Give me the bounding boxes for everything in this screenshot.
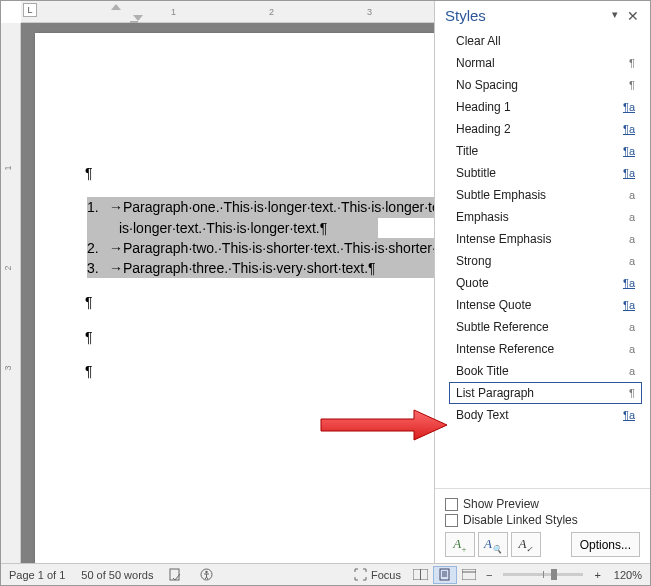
list-text[interactable]: Paragraph·three.·This·is·very·short·text… [123, 258, 434, 278]
style-type-icon: a [629, 189, 635, 201]
document-viewport[interactable]: ¶ 1. → Paragraph·one.·This·is·longer·tex… [21, 23, 434, 563]
accessibility-icon[interactable] [192, 568, 221, 581]
list-number: 3. [87, 258, 109, 278]
style-item-strong[interactable]: Stronga [449, 250, 642, 272]
style-name: Subtle Emphasis [456, 188, 546, 202]
show-preview-label: Show Preview [463, 497, 539, 511]
style-name: List Paragraph [456, 386, 534, 400]
style-type-icon: ¶a [623, 145, 635, 157]
page[interactable]: ¶ 1. → Paragraph·one.·This·is·longer·tex… [35, 33, 434, 563]
status-bar: Page 1 of 1 50 of 50 words Focus − + 120… [1, 563, 650, 585]
style-type-icon: a [629, 255, 635, 267]
style-name: Normal [456, 56, 495, 70]
manage-styles-button[interactable]: A✓ [511, 532, 541, 557]
pane-dropdown-icon[interactable]: ▾ [608, 8, 622, 24]
focus-mode-button[interactable]: Focus [346, 568, 409, 581]
new-style-button[interactable]: A+ [445, 532, 475, 557]
style-item-intense-quote[interactable]: Intense Quote¶a [449, 294, 642, 316]
zoom-slider[interactable] [503, 573, 583, 576]
style-item-book-title[interactable]: Book Titlea [449, 360, 642, 382]
style-item-heading-1[interactable]: Heading 1¶a [449, 96, 642, 118]
style-item-intense-emphasis[interactable]: Intense Emphasisa [449, 228, 642, 250]
options-button[interactable]: Options... [571, 532, 640, 557]
style-name: Intense Reference [456, 342, 554, 356]
checkbox-icon[interactable] [445, 498, 458, 511]
styles-pane-title: Styles [445, 7, 486, 24]
zoom-in-button[interactable]: + [591, 569, 603, 581]
list-number: 2. [87, 238, 109, 258]
list-number: 1. [87, 197, 109, 217]
style-type-icon: ¶a [623, 167, 635, 179]
style-item-subtle-reference[interactable]: Subtle Referencea [449, 316, 642, 338]
style-item-emphasis[interactable]: Emphasisa [449, 206, 642, 228]
list-text-continued[interactable]: is·longer·text.·This·is·longer·text.¶ [87, 218, 434, 238]
style-item-no-spacing[interactable]: No Spacing¶ [449, 74, 642, 96]
checkbox-icon[interactable] [445, 514, 458, 527]
close-icon[interactable]: ✕ [624, 8, 642, 24]
web-layout-button[interactable] [457, 566, 481, 584]
style-item-quote[interactable]: Quote¶a [449, 272, 642, 294]
styles-footer: Show Preview Disable Linked Styles A+ A🔍… [435, 488, 650, 563]
style-name: No Spacing [456, 78, 518, 92]
style-inspector-button[interactable]: A🔍 [478, 532, 508, 557]
style-type-icon: a [629, 365, 635, 377]
style-type-icon: a [629, 211, 635, 223]
zoom-level[interactable]: 120% [606, 569, 650, 581]
style-type-icon: ¶ [629, 387, 635, 399]
style-item-heading-2[interactable]: Heading 2¶a [449, 118, 642, 140]
page-indicator[interactable]: Page 1 of 1 [1, 569, 73, 581]
disable-linked-label: Disable Linked Styles [463, 513, 578, 527]
style-item-subtle-emphasis[interactable]: Subtle Emphasisa [449, 184, 642, 206]
style-item-body-text[interactable]: Body Text¶a [449, 404, 642, 426]
disable-linked-checkbox[interactable]: Disable Linked Styles [445, 513, 640, 527]
pilcrow: ¶ [85, 294, 93, 310]
zoom-out-button[interactable]: − [483, 569, 495, 581]
style-name: Subtle Reference [456, 320, 549, 334]
style-type-icon: ¶ [629, 79, 635, 91]
style-name: Book Title [456, 364, 509, 378]
tab-selector[interactable]: L [23, 3, 37, 17]
styles-list[interactable]: Clear AllNormal¶No Spacing¶Heading 1¶aHe… [435, 26, 650, 488]
list-text[interactable]: Paragraph·one.·This·is·longer·text.·This… [123, 197, 434, 217]
style-item-list-paragraph[interactable]: List Paragraph¶ [449, 382, 642, 404]
style-name: Emphasis [456, 210, 509, 224]
style-item-normal[interactable]: Normal¶ [449, 52, 642, 74]
tab-arrow-icon: → [109, 258, 123, 278]
word-count[interactable]: 50 of 50 words [73, 569, 161, 581]
style-type-icon: a [629, 321, 635, 333]
print-layout-button[interactable] [433, 566, 457, 584]
pilcrow: ¶ [85, 165, 93, 181]
style-name: Strong [456, 254, 491, 268]
style-name: Intense Emphasis [456, 232, 551, 246]
show-preview-checkbox[interactable]: Show Preview [445, 497, 640, 511]
style-type-icon: ¶a [623, 409, 635, 421]
style-item-title[interactable]: Title¶a [449, 140, 642, 162]
tab-arrow-icon: → [109, 197, 123, 217]
pilcrow: ¶ [85, 329, 93, 345]
style-name: Intense Quote [456, 298, 531, 312]
tab-arrow-icon: → [109, 238, 123, 258]
read-mode-button[interactable] [409, 566, 433, 584]
style-type-icon: a [629, 233, 635, 245]
style-type-icon: ¶ [629, 57, 635, 69]
vertical-ruler[interactable]: 1 2 3 [1, 23, 21, 563]
style-item-intense-reference[interactable]: Intense Referencea [449, 338, 642, 360]
style-name: Heading 1 [456, 100, 511, 114]
style-name: Title [456, 144, 478, 158]
horizontal-ruler[interactable]: L 1 2 3 [21, 1, 434, 23]
style-name: Body Text [456, 408, 508, 422]
style-name: Heading 2 [456, 122, 511, 136]
page-content[interactable]: ¶ 1. → Paragraph·one.·This·is·longer·tex… [77, 163, 434, 395]
style-name: Clear All [456, 34, 501, 48]
style-name: Quote [456, 276, 489, 290]
list-text[interactable]: Paragraph·two.·This·is·shorter·text.·Thi… [123, 238, 434, 258]
svg-point-2 [206, 571, 208, 573]
style-type-icon: ¶a [623, 101, 635, 113]
pilcrow: ¶ [85, 363, 93, 379]
style-item-clear-all[interactable]: Clear All [449, 30, 642, 52]
style-item-subtitle[interactable]: Subtitle¶a [449, 162, 642, 184]
style-type-icon: a [629, 343, 635, 355]
first-line-indent[interactable] [111, 4, 121, 10]
style-type-icon: ¶a [623, 299, 635, 311]
spellcheck-icon[interactable] [161, 568, 192, 581]
